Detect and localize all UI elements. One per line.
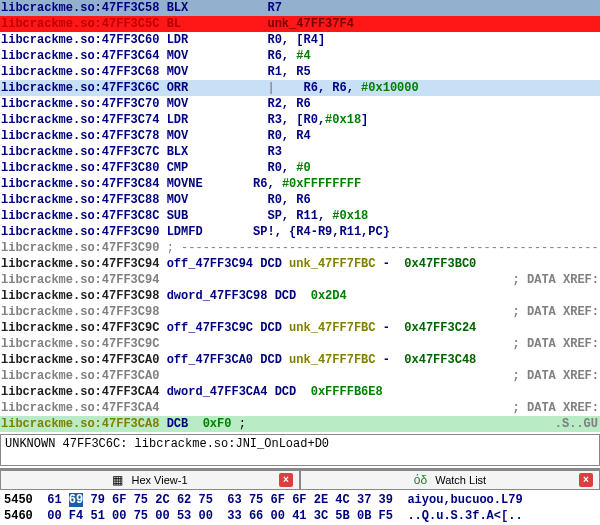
disasm-line[interactable]: libcrackme.so:47FF3C98; DATA XREF: — [0, 304, 600, 320]
disasm-line[interactable]: libcrackme.so:47FF3C8C SUB SP, R11, #0x1… — [0, 208, 600, 224]
close-icon[interactable]: × — [579, 473, 593, 487]
bottom-tabs: ▦ Hex View-1 × όδ Watch List × — [0, 468, 600, 490]
disasm-line[interactable]: libcrackme.so:47FF3C90 LDMFD SP!, {R4-R9… — [0, 224, 600, 240]
disasm-line[interactable]: libcrackme.so:47FF3C94; DATA XREF: — [0, 272, 600, 288]
disasm-line[interactable]: libcrackme.so:47FF3CA4 dword_47FF3CA4 DC… — [0, 384, 600, 400]
disasm-line[interactable]: libcrackme.so:47FF3C94 off_47FF3C94 DCD … — [0, 256, 600, 272]
hex-row[interactable]: 5450 61 69 79 6F 75 2C 62 75 63 75 6F 6F… — [4, 492, 596, 508]
disasm-line[interactable]: libcrackme.so:47FF3C88 MOV R0, R6 — [0, 192, 600, 208]
disasm-line[interactable]: libcrackme.so:47FF3C64 MOV R6, #4 — [0, 48, 600, 64]
hex-icon: ▦ — [112, 473, 123, 487]
disasm-line[interactable]: libcrackme.so:47FF3C84 MOVNE R6, #0xFFFF… — [0, 176, 600, 192]
tab-hex-view[interactable]: ▦ Hex View-1 × — [0, 470, 300, 490]
disasm-line[interactable]: libcrackme.so:47FF3C90 ; ---------------… — [0, 240, 600, 256]
disasm-line[interactable]: libcrackme.so:47FF3C70 MOV R2, R6 — [0, 96, 600, 112]
watch-icon: όδ — [414, 473, 427, 487]
disasm-line[interactable]: libcrackme.so:47FF3C7C BLX R3 — [0, 144, 600, 160]
disasm-line[interactable]: libcrackme.so:47FF3C58 BLX R7 — [0, 0, 600, 16]
disasm-line[interactable]: libcrackme.so:47FF3CA8 DCB 0xF0 ; .S..GU — [0, 416, 600, 432]
disasm-line[interactable]: libcrackme.so:47FF3C74 LDR R3, [R0,#0x18… — [0, 112, 600, 128]
disasm-line[interactable]: libcrackme.so:47FF3C78 MOV R0, R4 — [0, 128, 600, 144]
disasm-line[interactable]: libcrackme.so:47FF3CA0; DATA XREF: — [0, 368, 600, 384]
disasm-line[interactable]: libcrackme.so:47FF3C80 CMP R0, #0 — [0, 160, 600, 176]
disasm-line[interactable]: libcrackme.so:47FF3C9C; DATA XREF: — [0, 336, 600, 352]
disasm-line[interactable]: libcrackme.so:47FF3C68 MOV R1, R5 — [0, 64, 600, 80]
disasm-line[interactable]: libcrackme.so:47FF3C60 LDR R0, [R4] — [0, 32, 600, 48]
disassembly-view[interactable]: libcrackme.so:47FF3C58 BLX R7libcrackme.… — [0, 0, 600, 432]
status-bar: UNKNOWN 47FF3C6C: libcrackme.so:JNI_OnLo… — [0, 434, 600, 466]
hex-row[interactable]: 5460 00 F4 51 00 75 00 53 00 33 66 00 41… — [4, 508, 596, 524]
disasm-line[interactable]: libcrackme.so:47FF3CA4; DATA XREF: — [0, 400, 600, 416]
close-icon[interactable]: × — [279, 473, 293, 487]
disasm-line[interactable]: libcrackme.so:47FF3C98 dword_47FF3C98 DC… — [0, 288, 600, 304]
tab-label: Watch List — [435, 474, 486, 486]
tab-watch-list[interactable]: όδ Watch List × — [300, 470, 600, 490]
disasm-line[interactable]: libcrackme.so:47FF3C5C BL unk_47FF37F4 — [0, 16, 600, 32]
hex-view[interactable]: 5450 61 69 79 6F 75 2C 62 75 63 75 6F 6F… — [0, 490, 600, 525]
tab-label: Hex View-1 — [131, 474, 187, 486]
disasm-line[interactable]: libcrackme.so:47FF3CA0 off_47FF3CA0 DCD … — [0, 352, 600, 368]
disasm-line[interactable]: libcrackme.so:47FF3C6C ORR | R6, R6, #0x… — [0, 80, 600, 96]
disasm-line[interactable]: libcrackme.so:47FF3C9C off_47FF3C9C DCD … — [0, 320, 600, 336]
